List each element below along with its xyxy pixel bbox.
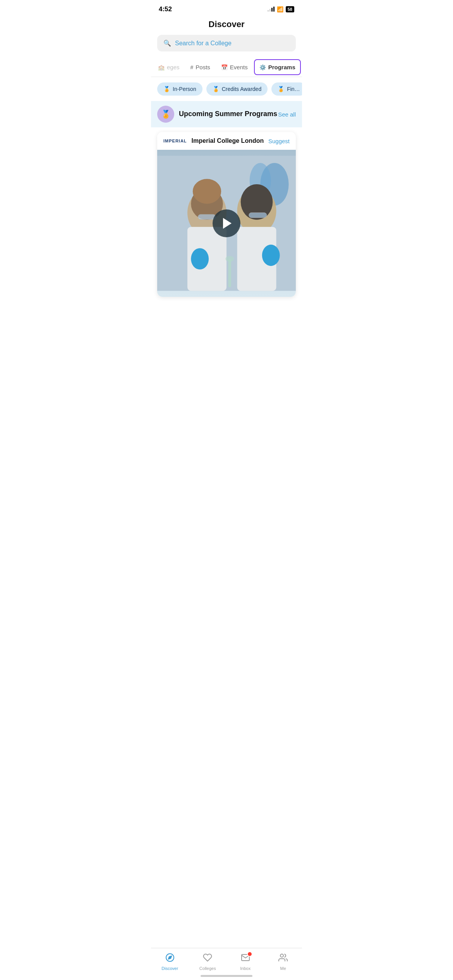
tab-bar: 🏫 eges # Posts 📅 Events ⚙️ Programs	[151, 58, 302, 77]
search-placeholder-text: Search for a College	[175, 40, 232, 47]
filter-credits-label: Credits Awarded	[222, 86, 261, 92]
filter-in-person[interactable]: 🏅 In-Person	[157, 82, 202, 96]
tab-posts[interactable]: # Posts	[185, 59, 216, 75]
see-all-button[interactable]: See all	[278, 111, 296, 118]
section-title: Upcoming Summer Programs	[179, 110, 277, 118]
play-button[interactable]	[213, 209, 240, 237]
credits-icon: 🏅	[213, 86, 219, 92]
filter-financial-label: Fin…	[287, 86, 300, 92]
programs-icon: ⚙️	[259, 64, 266, 70]
filter-financial[interactable]: 🏅 Fin…	[271, 82, 302, 96]
search-bar[interactable]: 🔍 Search for a College	[157, 35, 296, 51]
section-left: 🏅 Upcoming Summer Programs	[157, 106, 277, 123]
signal-icon	[268, 7, 275, 12]
in-person-icon: 🏅	[163, 86, 170, 92]
tab-posts-label: Posts	[196, 64, 210, 70]
colleges-icon: 🏫	[158, 64, 165, 70]
search-container[interactable]: 🔍 Search for a College	[157, 35, 296, 51]
status-bar: 4:52 📶 58	[151, 0, 302, 16]
tab-events-label: Events	[230, 64, 248, 70]
tab-colleges[interactable]: 🏫 eges	[153, 59, 185, 75]
college-name: Imperial College London	[192, 137, 264, 144]
college-logo: IMPERIAL	[163, 139, 187, 143]
page-title: Discover	[151, 16, 302, 35]
status-time: 4:52	[159, 5, 172, 13]
video-container[interactable]	[157, 150, 296, 297]
suggest-button[interactable]: Suggest	[268, 138, 290, 144]
posts-icon: #	[190, 64, 194, 70]
status-icons: 📶 58	[268, 6, 294, 12]
play-icon	[223, 218, 232, 229]
college-header: IMPERIAL Imperial College London Suggest	[157, 132, 296, 150]
filter-in-person-label: In-Person	[173, 86, 196, 92]
wifi-icon: 📶	[277, 6, 283, 12]
college-card: IMPERIAL Imperial College London Suggest	[157, 132, 296, 297]
battery-indicator: 58	[286, 6, 294, 12]
events-icon: 📅	[221, 64, 228, 70]
section-header: 🏅 Upcoming Summer Programs See all	[151, 101, 302, 127]
tab-events[interactable]: 📅 Events	[216, 59, 253, 75]
filter-credits-awarded[interactable]: 🏅 Credits Awarded	[206, 82, 268, 96]
filter-pills: 🏅 In-Person 🏅 Credits Awarded 🏅 Fin…	[151, 77, 302, 101]
section-badge-icon: 🏅	[157, 106, 174, 123]
search-icon: 🔍	[163, 39, 171, 47]
tab-colleges-label: eges	[167, 64, 180, 70]
tab-programs[interactable]: ⚙️ Programs	[254, 59, 301, 75]
tab-programs-label: Programs	[268, 64, 295, 70]
financial-icon: 🏅	[278, 86, 284, 92]
